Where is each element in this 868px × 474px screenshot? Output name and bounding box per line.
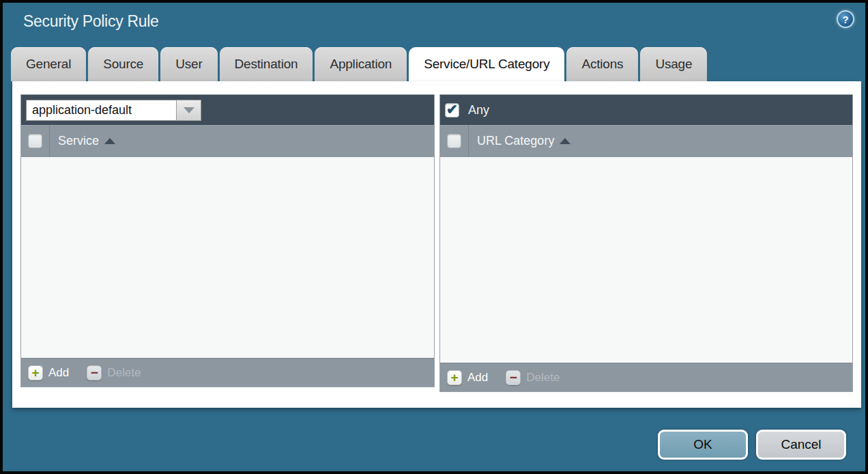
service-add-button[interactable]: + Add bbox=[28, 365, 69, 380]
tab-usage[interactable]: Usage bbox=[640, 47, 707, 81]
service-column-label: Service bbox=[58, 134, 99, 148]
tab-user[interactable]: User bbox=[160, 47, 217, 81]
cancel-button[interactable]: Cancel bbox=[756, 430, 846, 460]
delete-button-label: Delete bbox=[107, 366, 141, 380]
service-type-input[interactable] bbox=[26, 100, 176, 121]
service-table-header: Service bbox=[21, 125, 434, 157]
add-plus-icon: + bbox=[447, 370, 462, 385]
sort-ascending-icon bbox=[104, 138, 115, 144]
delete-minus-icon: − bbox=[87, 365, 102, 380]
dialog-title: Security Policy Rule bbox=[23, 12, 159, 31]
url-category-table-header: URL Category bbox=[440, 125, 852, 157]
url-category-footer: + Add − Delete bbox=[440, 363, 852, 391]
delete-minus-icon: − bbox=[506, 370, 521, 385]
url-category-add-button[interactable]: + Add bbox=[447, 370, 488, 385]
service-type-dropdown-button[interactable] bbox=[176, 100, 201, 121]
tab-bar: General Source User Destination Applicat… bbox=[11, 47, 707, 81]
url-category-table-body[interactable] bbox=[440, 157, 852, 363]
any-checkbox[interactable] bbox=[445, 103, 459, 117]
url-category-column-header[interactable]: URL Category bbox=[469, 125, 570, 157]
url-category-toolbar: Any bbox=[440, 95, 852, 125]
dialog-titlebar: Security Policy Rule ? bbox=[3, 3, 865, 44]
service-toolbar bbox=[21, 95, 434, 125]
url-category-panel: Any URL Category + Add − Delete bbox=[439, 94, 853, 392]
service-column-header[interactable]: Service bbox=[50, 125, 115, 157]
delete-button-label: Delete bbox=[526, 371, 560, 385]
add-button-label: Add bbox=[467, 371, 488, 385]
service-delete-button[interactable]: − Delete bbox=[87, 365, 141, 380]
dialog-action-buttons: OK Cancel bbox=[658, 430, 846, 460]
service-type-dropdown[interactable] bbox=[26, 100, 201, 121]
service-select-all-cell bbox=[21, 125, 50, 157]
url-category-select-all-cell bbox=[440, 125, 469, 157]
help-icon[interactable]: ? bbox=[837, 10, 854, 28]
url-category-delete-button[interactable]: − Delete bbox=[506, 370, 560, 385]
url-category-column-label: URL Category bbox=[477, 134, 554, 148]
service-footer: + Add − Delete bbox=[21, 358, 434, 387]
tab-destination[interactable]: Destination bbox=[220, 47, 313, 81]
ok-button[interactable]: OK bbox=[658, 430, 748, 460]
tab-source[interactable]: Source bbox=[88, 47, 158, 81]
service-select-all-checkbox[interactable] bbox=[28, 134, 42, 148]
url-category-select-all-checkbox[interactable] bbox=[447, 134, 461, 148]
tab-application[interactable]: Application bbox=[315, 47, 407, 81]
any-checkbox-label: Any bbox=[468, 103, 489, 117]
service-table-body[interactable] bbox=[21, 157, 434, 358]
tab-general[interactable]: General bbox=[11, 47, 86, 81]
sort-ascending-icon bbox=[560, 138, 570, 144]
tab-actions[interactable]: Actions bbox=[566, 47, 638, 81]
add-plus-icon: + bbox=[28, 365, 43, 380]
add-button-label: Add bbox=[48, 366, 69, 380]
service-panel: Service + Add − Delete bbox=[20, 94, 435, 387]
tab-service-url-category[interactable]: Service/URL Category bbox=[409, 47, 564, 81]
chevron-down-icon bbox=[184, 107, 194, 113]
